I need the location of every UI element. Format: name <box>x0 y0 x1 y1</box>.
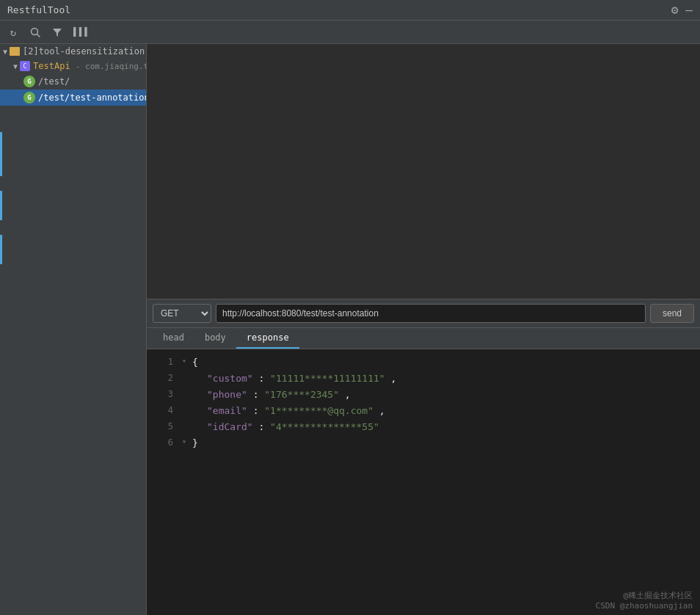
val-email: "1*********@qq.com" <box>264 405 373 416</box>
right-panel: GET POST PUT DELETE PATCH send head body… <box>147 44 700 615</box>
chart-button[interactable]: ▐▐▐ <box>72 25 87 40</box>
folder-icon <box>10 47 20 56</box>
comma-3: , <box>345 389 351 400</box>
sidebar-item-endpoint-2[interactable]: G /test/test-annotation <box>0 90 146 106</box>
filter-button[interactable] <box>50 25 65 40</box>
code-line-5: 5 ▾ "idCard" : "4**************55" <box>147 420 700 436</box>
tab-body[interactable]: body <box>194 328 236 349</box>
search-button[interactable] <box>28 25 43 40</box>
code-line-2: 2 ▾ "custom" : "11111*****11111111" , <box>147 371 700 387</box>
val-custom: "11111*****11111111" <box>270 373 385 384</box>
expand-arrow-class: ▼ <box>13 62 18 70</box>
tab-head[interactable]: head <box>153 328 194 349</box>
minimize-icon[interactable]: — <box>685 4 693 16</box>
comma-4: , <box>379 405 385 416</box>
url-input[interactable] <box>216 304 646 323</box>
sidebar: ▼ [2]tool-desensitization ▼ C TestApi - … <box>0 44 147 615</box>
title-bar-left: RestfulTool <box>7 4 70 15</box>
response-area: 1 ▾ { 2 ▾ "custom" : "11111*****11111111… <box>147 349 700 616</box>
left-accent-1 <box>0 132 2 176</box>
left-accent-3 <box>0 235 2 264</box>
colon-2: : <box>258 373 270 384</box>
sidebar-item-class[interactable]: ▼ C TestApi - com.jiaqing.tooldesensitiz… <box>0 59 146 73</box>
sidebar-item-endpoint-1[interactable]: G /test/ <box>0 73 146 90</box>
svg-line-1 <box>37 34 40 37</box>
val-phone: "176****2345" <box>264 389 339 400</box>
line-num-4: 4 <box>153 404 173 418</box>
refresh-button[interactable]: ↻ <box>6 25 21 40</box>
key-email: "email" <box>207 405 247 416</box>
group-label: [2]tool-desensitization <box>23 46 145 57</box>
url-bar: GET POST PUT DELETE PATCH send <box>147 299 700 328</box>
line-num-6: 6 <box>153 436 173 450</box>
tabs-container: head body response <box>147 328 700 349</box>
line-num-3: 3 <box>153 387 173 401</box>
settings-icon[interactable]: ⚙ <box>671 3 679 17</box>
title-bar-right: ⚙ — <box>671 3 693 17</box>
colon-5: : <box>258 421 270 432</box>
toolbar: ↻ ▐▐▐ <box>0 21 700 44</box>
comma-2: , <box>390 373 396 384</box>
code-line-3: 3 ▾ "phone" : "176****2345" , <box>147 387 700 404</box>
val-idcard: "4**************55" <box>270 421 379 432</box>
class-label: TestApi - com.jiaqing.tooldesensitizatio… <box>33 61 147 71</box>
get-badge-1: G <box>23 76 35 87</box>
collapse-icon-1[interactable]: ▾ <box>182 355 189 367</box>
colon-3: : <box>253 389 265 400</box>
method-select[interactable]: GET POST PUT DELETE PATCH <box>153 304 211 323</box>
get-badge-2: G <box>23 92 35 103</box>
line-num-1: 1 <box>153 355 173 369</box>
tab-response[interactable]: response <box>236 328 299 349</box>
left-accent-2 <box>0 191 2 220</box>
sidebar-item-group[interactable]: ▼ [2]tool-desensitization <box>0 44 146 59</box>
line-num-5: 5 <box>153 420 173 434</box>
code-line-6: 6 ▾ } <box>147 436 700 452</box>
json-close-brace: } <box>192 436 198 451</box>
empty-area <box>147 44 700 299</box>
class-icon: C <box>20 61 30 71</box>
colon-4: : <box>253 405 265 416</box>
key-custom: "custom" <box>207 373 253 384</box>
expand-arrow-group: ▼ <box>3 48 7 56</box>
main-layout: ▼ [2]tool-desensitization ▼ C TestApi - … <box>0 44 700 615</box>
title-bar: RestfulTool ⚙ — <box>0 0 700 21</box>
key-idcard: "idCard" <box>207 421 253 432</box>
key-phone: "phone" <box>207 389 247 400</box>
svg-marker-2 <box>53 29 62 37</box>
json-open-brace: { <box>192 355 198 371</box>
app-title: RestfulTool <box>7 4 70 15</box>
line-num-2: 2 <box>153 371 173 385</box>
send-button[interactable]: send <box>650 304 694 323</box>
code-line-1: 1 ▾ { <box>147 355 700 371</box>
code-line-4: 4 ▾ "email" : "1*********@qq.com" , <box>147 404 700 420</box>
endpoint-1-label: /test/ <box>38 76 70 87</box>
collapse-icon-6[interactable]: ▾ <box>182 436 189 448</box>
endpoint-2-label: /test/test-annotation <box>38 92 147 103</box>
